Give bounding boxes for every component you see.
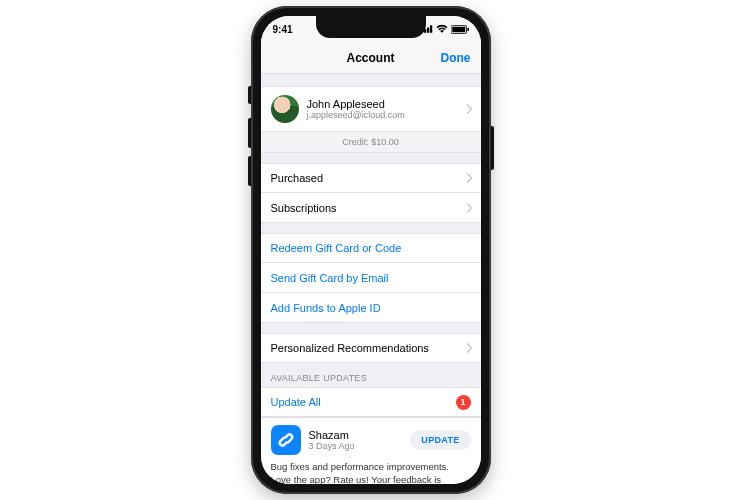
- avatar: [271, 95, 299, 123]
- redeem-row[interactable]: Redeem Gift Card or Code: [261, 233, 481, 263]
- app-name: Shazam: [309, 429, 355, 441]
- phone-frame: 9:41 Account Done John Appleseed j.apple…: [251, 6, 491, 494]
- app-date: 3 Days Ago: [309, 441, 355, 451]
- svg-rect-5: [452, 26, 465, 32]
- svg-rect-2: [427, 28, 429, 33]
- page-title: Account: [347, 51, 395, 65]
- update-all-label: Update All: [271, 396, 321, 408]
- updates-header: AVAILABLE UPDATES: [261, 363, 481, 387]
- status-time: 9:41: [273, 24, 293, 35]
- chevron-right-icon: [466, 203, 473, 213]
- app-description: Bug fixes and performance improvements. …: [271, 455, 471, 484]
- purchased-row[interactable]: Purchased: [261, 163, 481, 193]
- wifi-icon: [436, 23, 448, 35]
- chevron-right-icon: [466, 104, 473, 114]
- purchased-label: Purchased: [271, 172, 324, 184]
- send-gift-label: Send Gift Card by Email: [271, 272, 389, 284]
- chevron-right-icon: [466, 173, 473, 183]
- redeem-label: Redeem Gift Card or Code: [271, 242, 402, 254]
- updates-badge: 1: [456, 395, 471, 410]
- shazam-icon: [271, 425, 301, 455]
- chevron-right-icon: [466, 343, 473, 353]
- app-update-row: Shazam 3 Days Ago UPDATE Bug fixes and p…: [261, 417, 481, 484]
- update-all-row[interactable]: Update All 1: [261, 387, 481, 417]
- user-email: j.appleseed@icloud.com: [307, 110, 405, 120]
- update-button[interactable]: UPDATE: [410, 430, 470, 450]
- svg-rect-3: [430, 25, 432, 33]
- user-name: John Appleseed: [307, 98, 405, 110]
- recommendations-row[interactable]: Personalized Recommendations: [261, 333, 481, 363]
- add-funds-row[interactable]: Add Funds to Apple ID: [261, 293, 481, 323]
- subscriptions-row[interactable]: Subscriptions: [261, 193, 481, 223]
- screen: 9:41 Account Done John Appleseed j.apple…: [261, 16, 481, 484]
- send-gift-row[interactable]: Send Gift Card by Email: [261, 263, 481, 293]
- account-row[interactable]: John Appleseed j.appleseed@icloud.com: [261, 86, 481, 132]
- content[interactable]: John Appleseed j.appleseed@icloud.com Cr…: [261, 86, 481, 484]
- add-funds-label: Add Funds to Apple ID: [271, 302, 381, 314]
- svg-rect-6: [467, 27, 469, 30]
- notch: [316, 16, 426, 38]
- battery-icon: [451, 25, 469, 34]
- nav-bar: Account Done: [261, 42, 481, 74]
- subscriptions-label: Subscriptions: [271, 202, 337, 214]
- credit-label: Credit: $10.00: [261, 132, 481, 153]
- recommendations-label: Personalized Recommendations: [271, 342, 429, 354]
- done-button[interactable]: Done: [441, 51, 471, 65]
